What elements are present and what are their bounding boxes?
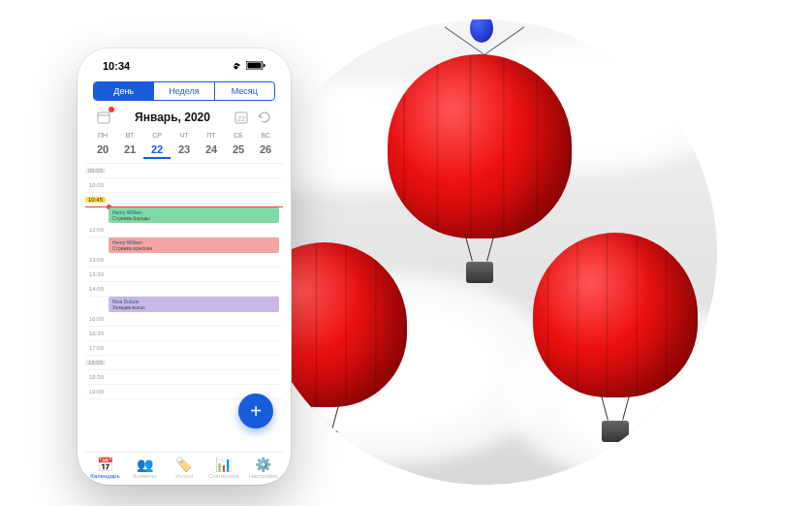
balloon-right-icon xyxy=(533,233,698,442)
gear-icon: ⚙️ xyxy=(243,457,283,472)
event-block[interactable]: Henry William Стрижка мужская xyxy=(109,237,279,253)
segment-week[interactable]: Неделя xyxy=(154,82,214,100)
clients-icon: 👥 xyxy=(125,457,165,472)
phone-frame: 10:34 День Неделя Месяц Январь, 2020 22 xyxy=(78,48,291,485)
day-col[interactable]: ЧТ23 xyxy=(171,132,198,159)
day-col[interactable]: ВС26 xyxy=(252,132,279,159)
svg-rect-6 xyxy=(264,64,265,67)
segment-month[interactable]: Месяц xyxy=(215,82,274,100)
current-time-pill: 10:45 xyxy=(85,197,106,203)
svg-text:22: 22 xyxy=(237,115,245,122)
notification-icon[interactable] xyxy=(95,109,112,126)
stats-icon: 📊 xyxy=(203,457,243,472)
tab-calendar[interactable]: 📅 Календарь xyxy=(85,457,125,479)
battery-icon xyxy=(246,60,265,72)
calendar-header: Январь, 2020 22 xyxy=(85,109,283,132)
tab-bar: 📅 Календарь 👥 Клиенты 🏷️ Услуги 📊 Статис… xyxy=(85,452,283,479)
status-time: 10:34 xyxy=(103,60,130,72)
backdrop-image xyxy=(252,19,717,485)
tab-stats[interactable]: 📊 Статистика xyxy=(203,457,243,479)
segment-day[interactable]: День xyxy=(94,82,154,100)
day-col[interactable]: ВТ21 xyxy=(116,132,143,159)
day-col[interactable]: ПТ24 xyxy=(198,132,225,159)
day-col[interactable]: ПН20 xyxy=(89,132,116,159)
today-icon[interactable]: 22 xyxy=(233,109,250,126)
tab-clients[interactable]: 👥 Клиенты xyxy=(125,457,165,479)
week-row: ПН20 ВТ21 СР22 ЧТ23 ПТ24 СБ25 ВС26 xyxy=(85,132,283,159)
tab-services[interactable]: 🏷️ Услуги xyxy=(165,457,204,479)
end-time-pill: 18:00 xyxy=(85,360,106,365)
svg-rect-5 xyxy=(248,63,262,69)
add-event-button[interactable]: + xyxy=(238,394,273,428)
calendar-icon: 📅 xyxy=(85,457,125,472)
refresh-icon[interactable] xyxy=(256,109,273,126)
view-segment: День Неделя Месяц xyxy=(93,81,275,101)
event-block[interactable]: Nina Dubois Укладка волос xyxy=(109,297,279,312)
month-title: Январь, 2020 xyxy=(135,111,210,124)
tab-settings[interactable]: ⚙️ Настройки xyxy=(243,457,283,479)
day-col[interactable]: СР22 xyxy=(143,132,171,159)
start-time-pill: 09:00 xyxy=(85,168,106,174)
services-icon: 🏷️ xyxy=(165,457,204,472)
event-block[interactable]: Henry William Стрижка бороды xyxy=(109,207,279,223)
day-col[interactable]: СБ25 xyxy=(225,132,252,159)
svg-rect-7 xyxy=(98,112,109,123)
phone-notch xyxy=(131,48,237,70)
